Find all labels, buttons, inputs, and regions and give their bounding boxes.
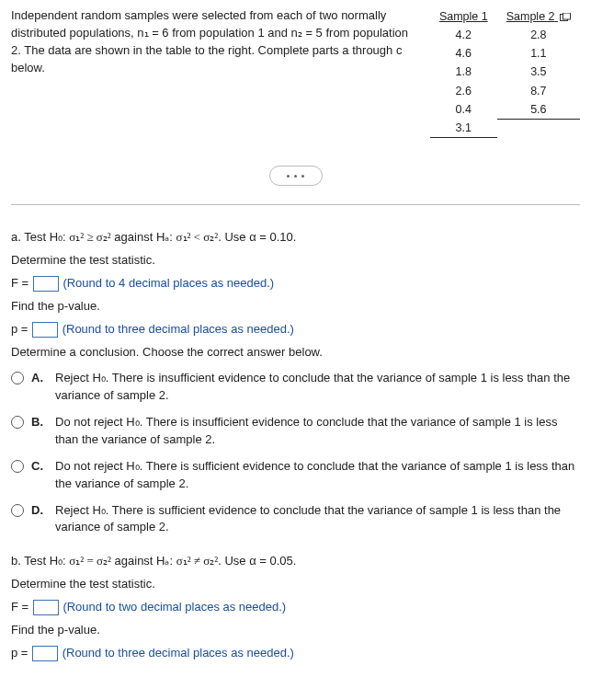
part-b-prompt: b. Test H₀: σ₁² = σ₂² against Hₐ: σ₁² ≠ … [11, 553, 580, 570]
cell: 2.8 [497, 26, 580, 44]
option-letter: A. [31, 370, 48, 387]
option-letter: B. [31, 414, 48, 431]
option-text: Reject H₀. There is sufficient evidence … [55, 502, 580, 537]
F-hint-a: (Round to 4 decimal places as needed.) [63, 276, 274, 290]
p-hint-b: (Round to three decimal places as needed… [63, 646, 294, 660]
p-input-a[interactable] [32, 322, 58, 338]
cell: 5.6 [497, 100, 580, 120]
option-letter: C. [31, 458, 48, 476]
option-d[interactable]: D. Reject H₀. There is sufficient eviden… [11, 502, 580, 537]
cell: 3.5 [497, 63, 580, 81]
divider [11, 204, 580, 205]
cell: 3.1 [430, 119, 497, 138]
option-text: Do not reject H₀. There is sufficient ev… [55, 458, 580, 493]
col-header-2: Sample 2 [497, 7, 580, 26]
radio-icon[interactable] [11, 416, 24, 429]
p-input-b[interactable] [32, 646, 58, 661]
option-letter: D. [31, 502, 48, 520]
option-text: Reject H₀. There is insufficient evidenc… [55, 370, 580, 405]
intro-text: Independent random samples were selected… [11, 7, 414, 76]
expand-button[interactable] [269, 166, 323, 186]
det-test-stat-a: Determine the test statistic. [11, 252, 580, 270]
p-label-b: p = [11, 646, 31, 660]
p-hint-a: (Round to three decimal places as needed… [63, 322, 294, 336]
cell: 0.4 [430, 100, 497, 120]
data-table: Sample 1 Sample 2 4.22.8 4.61.1 1.83.5 2… [430, 7, 580, 138]
svg-rect-1 [563, 13, 571, 19]
det-test-stat-b: Determine the test statistic. [11, 576, 580, 593]
F-hint-b: (Round to two decimal places as needed.) [63, 600, 286, 614]
col-header-1: Sample 1 [430, 7, 497, 26]
data-table-wrap: Sample 1 Sample 2 4.22.8 4.61.1 1.83.5 2… [430, 7, 580, 138]
cell: 4.2 [430, 26, 497, 44]
option-a[interactable]: A. Reject H₀. There is insufficient evid… [11, 370, 580, 405]
part-a-prompt: a. Test H₀: σ₁² ≥ σ₂² against Hₐ: σ₁² < … [11, 229, 580, 247]
radio-icon[interactable] [11, 372, 24, 384]
cell: 1.1 [497, 44, 580, 63]
conclusion-prompt: Determine a conclusion. Choose the corre… [11, 344, 580, 361]
cell: 4.6 [430, 44, 497, 63]
F-label-a: F = [11, 276, 32, 290]
option-b[interactable]: B. Do not reject H₀. There is insufficie… [11, 414, 580, 449]
cell: 8.7 [497, 82, 580, 100]
popout-icon[interactable] [560, 13, 571, 22]
option-c[interactable]: C. Do not reject H₀. There is sufficient… [11, 458, 580, 493]
p-label-a: p = [11, 322, 31, 336]
F-input-b[interactable] [33, 600, 59, 615]
radio-icon[interactable] [11, 504, 24, 517]
F-label-b: F = [11, 600, 32, 614]
cell: 1.8 [430, 63, 497, 81]
find-p-a: Find the p-value. [11, 298, 580, 316]
F-input-a[interactable] [33, 276, 59, 292]
cell [497, 119, 580, 138]
cell: 2.6 [430, 82, 497, 100]
radio-icon[interactable] [11, 460, 24, 473]
find-p-b: Find the p-value. [11, 622, 580, 639]
option-text: Do not reject H₀. There is insufficient … [55, 414, 580, 449]
